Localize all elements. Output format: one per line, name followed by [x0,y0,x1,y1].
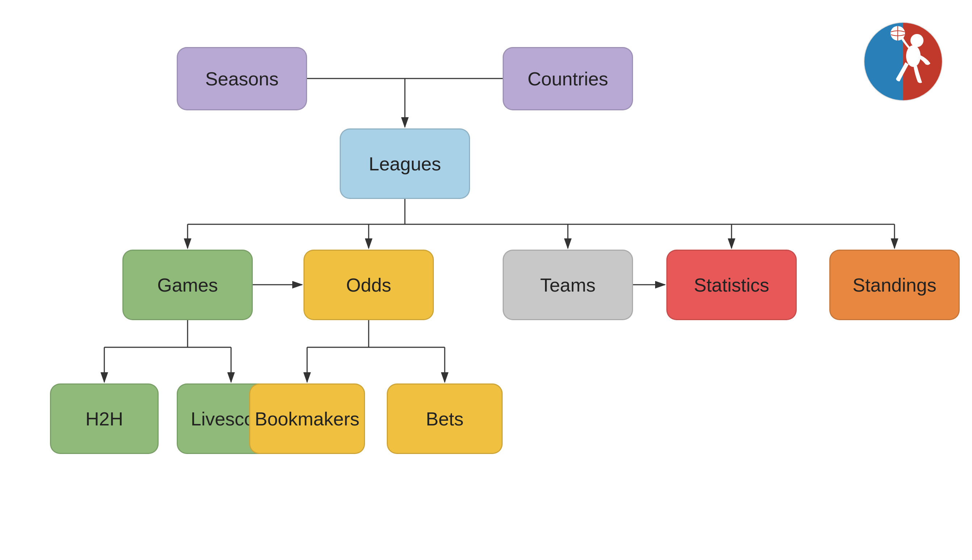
statistics-node: Statistics [666,250,797,320]
seasons-label: Seasons [205,68,278,90]
games-node: Games [122,250,253,320]
teams-node: Teams [503,250,633,320]
bookmakers-node: Bookmakers [249,383,365,454]
seasons-node: Seasons [177,47,307,110]
h2h-label: H2H [85,408,123,430]
svg-point-25 [910,34,923,47]
countries-node: Countries [503,47,633,110]
statistics-label: Statistics [694,274,769,296]
h2h-node: H2H [50,383,159,454]
bookmakers-label: Bookmakers [255,408,360,430]
countries-label: Countries [528,68,608,90]
odds-node: Odds [303,250,434,320]
leagues-label: Leagues [369,153,441,175]
standings-label: Standings [853,274,936,296]
odds-label: Odds [346,274,391,296]
teams-label: Teams [540,274,596,296]
bets-node: Bets [387,383,503,454]
basketball-logo [863,22,943,101]
standings-node: Standings [829,250,960,320]
games-label: Games [157,274,218,296]
leagues-node: Leagues [340,128,470,199]
bets-label: Bets [426,408,463,430]
